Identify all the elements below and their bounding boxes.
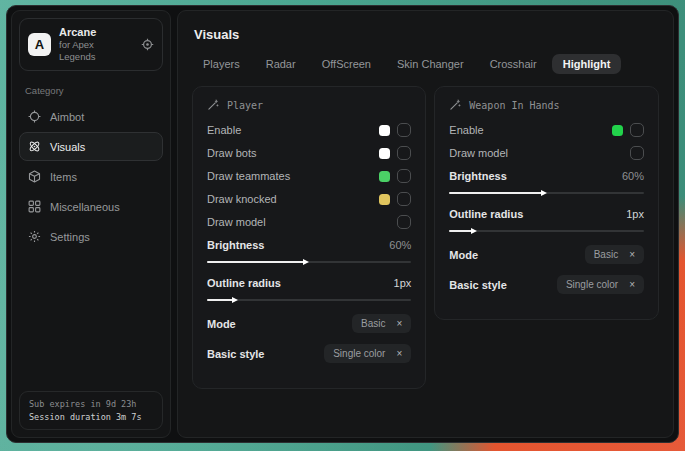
slider-track[interactable] — [449, 230, 644, 232]
sidebar-item-items[interactable]: Items — [19, 162, 163, 191]
sidebar-item-settings[interactable]: Settings — [19, 222, 163, 251]
panel-player: PlayerEnableDraw botsDraw teammatesDraw … — [192, 86, 426, 389]
tab-skin-changer[interactable]: Skin Changer — [386, 54, 475, 74]
color-swatch[interactable] — [379, 125, 390, 136]
slider-thumb[interactable] — [471, 228, 477, 234]
tab-offscreen[interactable]: OffScreen — [311, 54, 382, 74]
tag-row-label: Mode — [207, 318, 236, 330]
setting-row-enable: Enable — [207, 123, 411, 137]
page-title: Visuals — [194, 27, 659, 42]
setting-label: Draw bots — [207, 147, 257, 159]
slider-value: 60% — [622, 170, 644, 182]
slider-fill — [449, 230, 472, 232]
checkbox[interactable] — [397, 192, 411, 206]
checkbox[interactable] — [397, 123, 411, 137]
setting-label: Draw model — [207, 216, 266, 228]
subscription-info: Sub expires in 9d 23h Session duration 3… — [19, 391, 163, 430]
tag-value: Single color — [566, 279, 618, 290]
slider-label: Brightness — [207, 239, 264, 251]
sub-expiry-text: Sub expires in 9d 23h — [29, 399, 153, 409]
tag-row-label: Basic style — [207, 348, 264, 360]
wand-icon — [449, 99, 461, 111]
selected-option-tag[interactable]: Single color× — [324, 344, 411, 363]
category-label: Category — [25, 85, 157, 96]
color-swatch[interactable] — [612, 125, 623, 136]
checkbox[interactable] — [397, 169, 411, 183]
sidebar-item-miscellaneous[interactable]: Miscellaneous — [19, 192, 163, 221]
tab-highlight[interactable]: Highlight — [552, 54, 622, 74]
tag-row-label: Basic style — [449, 279, 506, 291]
slider-track[interactable] — [207, 299, 411, 301]
app-name: Arcane — [59, 26, 125, 39]
tag-row-mode: ModeBasic× — [449, 245, 644, 264]
setting-controls — [379, 123, 411, 137]
slider-fill — [449, 192, 542, 194]
tag-value: Basic — [361, 318, 385, 329]
slider-track[interactable] — [207, 261, 411, 263]
panel-header: Weapon In Hands — [449, 99, 644, 111]
sidebar-item-aimbot[interactable]: Aimbot — [19, 102, 163, 131]
visuals-atom-icon — [28, 140, 41, 153]
close-icon[interactable]: × — [396, 319, 402, 329]
setting-controls — [397, 215, 411, 229]
tag-row-basic-style: Basic styleSingle color× — [449, 275, 644, 294]
slider-thumb[interactable] — [232, 297, 238, 303]
slider-value: 60% — [389, 239, 411, 251]
app-subtitle: for Apex Legends — [59, 39, 125, 63]
setting-row-draw-knocked: Draw knocked — [207, 192, 411, 206]
sidebar-item-label: Aimbot — [50, 111, 84, 123]
panels-container: PlayerEnableDraw botsDraw teammatesDraw … — [192, 86, 659, 389]
tag-value: Single color — [333, 348, 385, 359]
tab-radar[interactable]: Radar — [255, 54, 307, 74]
tag-row-mode: ModeBasic× — [207, 314, 411, 333]
tag-value: Basic — [594, 249, 618, 260]
slider-track[interactable] — [449, 192, 644, 194]
setting-row-draw-model: Draw model — [207, 215, 411, 229]
sidebar-item-visuals[interactable]: Visuals — [19, 132, 163, 161]
checkbox[interactable] — [397, 215, 411, 229]
setting-row-draw-model: Draw model — [449, 146, 644, 160]
setting-label: Draw teammates — [207, 170, 290, 182]
sidebar-item-label: Visuals — [50, 141, 85, 153]
tag-row-label: Mode — [449, 249, 478, 261]
slider-label: Brightness — [449, 170, 506, 182]
aimbot-crosshair-icon — [28, 110, 41, 123]
color-swatch[interactable] — [379, 171, 390, 182]
color-swatch[interactable] — [379, 194, 390, 205]
checkbox[interactable] — [630, 123, 644, 137]
selected-option-tag[interactable]: Basic× — [352, 314, 411, 333]
setting-controls — [379, 192, 411, 206]
setting-controls — [612, 123, 644, 137]
setting-label: Draw knocked — [207, 193, 277, 205]
sidebar-item-label: Miscellaneous — [50, 201, 120, 213]
slider-thumb[interactable] — [303, 259, 309, 265]
main-content: Visuals PlayersRadarOffScreenSkin Change… — [177, 10, 674, 438]
close-icon[interactable]: × — [629, 250, 635, 260]
checkbox[interactable] — [397, 146, 411, 160]
checkbox[interactable] — [630, 146, 644, 160]
setting-label: Draw model — [449, 147, 508, 159]
wand-icon — [207, 99, 219, 111]
sidebar: A Arcane for Apex Legends Category Aimbo… — [11, 10, 171, 438]
selected-option-tag[interactable]: Single color× — [557, 275, 644, 294]
setting-row-enable: Enable — [449, 123, 644, 137]
desktop-background: { "sidebar": { "logo_letter": "A", "app_… — [0, 0, 685, 451]
panel-header: Player — [207, 99, 411, 111]
app-logo: A — [28, 33, 51, 56]
slider-label: Outline radius — [449, 208, 523, 220]
tab-crosshair[interactable]: Crosshair — [479, 54, 548, 74]
setting-row-draw-teammates: Draw teammates — [207, 169, 411, 183]
slider-row-brightness: Brightness60% — [207, 238, 411, 252]
tag-row-basic-style: Basic styleSingle color× — [207, 344, 411, 363]
selected-option-tag[interactable]: Basic× — [585, 245, 644, 264]
close-icon[interactable]: × — [396, 349, 402, 359]
color-swatch[interactable] — [379, 148, 390, 159]
panel-weapon-in-hands: Weapon In HandsEnableDraw modelBrightnes… — [434, 86, 659, 320]
items-cube-icon — [28, 170, 41, 183]
tab-players[interactable]: Players — [192, 54, 251, 74]
slider-thumb[interactable] — [541, 190, 547, 196]
close-icon[interactable]: × — [629, 280, 635, 290]
settings-gear-icon — [28, 230, 41, 243]
crosshair-icon[interactable] — [141, 38, 154, 51]
app-window: A Arcane for Apex Legends Category Aimbo… — [6, 5, 679, 443]
